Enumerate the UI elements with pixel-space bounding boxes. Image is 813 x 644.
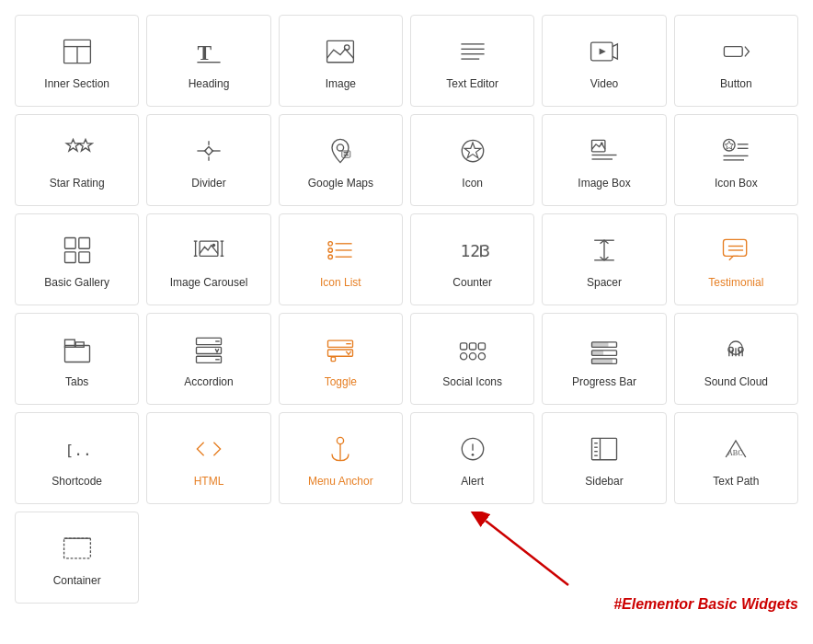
- svg-point-53: [328, 255, 333, 259]
- widget-shortcode[interactable]: [...]Shortcode: [15, 412, 139, 504]
- widget-toggle[interactable]: Toggle: [279, 313, 403, 405]
- accordion-label: Accordion: [184, 375, 233, 390]
- widget-button[interactable]: Button: [674, 15, 798, 107]
- text-path-icon: ABC: [717, 431, 754, 467]
- widget-text-editor[interactable]: Text Editor: [410, 15, 534, 107]
- widget-container[interactable]: Container: [15, 512, 139, 604]
- widget-icon-list[interactable]: Icon List: [279, 213, 403, 305]
- svg-marker-26: [464, 143, 481, 158]
- sound-cloud-label: Sound Cloud: [704, 375, 768, 390]
- svg-rect-5: [327, 41, 354, 63]
- svg-rect-86: [591, 359, 613, 363]
- icon-label: Icon: [462, 177, 483, 191]
- svg-point-100: [471, 454, 474, 456]
- shortcode-label: Shortcode: [52, 475, 102, 489]
- widget-video[interactable]: Video: [542, 15, 666, 107]
- widget-accordion[interactable]: Accordion: [146, 313, 270, 405]
- progress-bar-icon: [586, 331, 623, 368]
- last-row: Container #Elementor Basic Widgets: [15, 512, 798, 613]
- html-icon: [190, 431, 227, 467]
- social-icons-label: Social Icons: [442, 375, 502, 390]
- svg-marker-12: [600, 49, 606, 55]
- svg-text:123: 123: [460, 241, 489, 260]
- svg-point-28: [601, 143, 603, 145]
- widget-sidebar[interactable]: Sidebar: [542, 412, 666, 504]
- image-carousel-icon: [190, 232, 227, 269]
- container-icon: [59, 530, 96, 567]
- widget-image-box[interactable]: Image Box: [542, 114, 666, 206]
- widget-tabs[interactable]: Tabs: [15, 313, 139, 405]
- testimonial-icon: [717, 232, 754, 269]
- widget-alert[interactable]: Alert: [410, 412, 534, 504]
- inner-section-icon: [59, 33, 96, 70]
- svg-marker-15: [78, 140, 91, 152]
- red-arrow-svg: [467, 512, 578, 594]
- image-box-icon: [586, 132, 623, 169]
- alert-icon: [454, 431, 491, 467]
- heading-icon: T: [190, 33, 227, 70]
- svg-rect-13: [725, 47, 743, 57]
- svg-rect-84: [591, 351, 603, 355]
- widget-divider[interactable]: Divider: [146, 114, 270, 206]
- widget-icon-box[interactable]: Icon Box: [674, 114, 798, 206]
- widget-icon[interactable]: Icon: [410, 114, 534, 206]
- svg-point-96: [338, 438, 344, 444]
- svg-text:ABC: ABC: [727, 449, 743, 457]
- svg-rect-37: [64, 238, 75, 249]
- widget-progress-bar[interactable]: Progress Bar: [542, 313, 666, 405]
- tabs-label: Tabs: [65, 375, 88, 390]
- widget-html[interactable]: HTML: [146, 412, 270, 504]
- svg-rect-76: [469, 343, 475, 350]
- svg-line-111: [486, 521, 568, 585]
- widget-sound-cloud[interactable]: Sound Cloud: [674, 313, 798, 405]
- widget-star-rating[interactable]: Star Rating: [15, 114, 139, 206]
- alert-label: Alert: [461, 475, 484, 489]
- svg-rect-63: [64, 346, 89, 362]
- text-editor-icon: [454, 33, 491, 70]
- svg-point-80: [478, 353, 485, 360]
- html-label: HTML: [194, 475, 224, 489]
- image-label: Image: [326, 77, 356, 92]
- sidebar-label: Sidebar: [585, 475, 623, 489]
- widget-image-carousel[interactable]: Image Carousel: [146, 213, 270, 305]
- svg-marker-14: [66, 140, 79, 152]
- spacer-icon: [586, 232, 623, 269]
- divider-icon: [190, 132, 227, 169]
- image-icon: [322, 33, 359, 70]
- widget-text-path[interactable]: ABCText Path: [674, 412, 798, 504]
- widget-image[interactable]: Image: [279, 15, 403, 107]
- divider-label: Divider: [191, 177, 225, 191]
- toggle-icon: [322, 331, 359, 368]
- widget-testimonial[interactable]: Testimonial: [674, 213, 798, 305]
- google-maps-label: Google Maps: [308, 177, 373, 191]
- widget-spacer[interactable]: Spacer: [542, 213, 666, 305]
- widget-google-maps[interactable]: Google Maps: [279, 114, 403, 206]
- svg-point-49: [328, 242, 333, 247]
- svg-rect-65: [75, 342, 84, 347]
- accordion-icon: [190, 331, 227, 368]
- svg-point-79: [469, 353, 475, 360]
- spacer-label: Spacer: [587, 276, 622, 291]
- widget-menu-anchor[interactable]: Menu Anchor: [279, 412, 403, 504]
- widget-heading[interactable]: THeading: [146, 15, 270, 107]
- button-label: Button: [720, 77, 752, 92]
- svg-rect-77: [478, 343, 485, 350]
- svg-point-6: [345, 45, 349, 50]
- widget-social-icons[interactable]: Social Icons: [410, 313, 534, 405]
- container-label: Container: [53, 574, 101, 589]
- widget-inner-section[interactable]: Inner Section: [15, 15, 139, 107]
- icon-box-label: Icon Box: [715, 177, 758, 191]
- svg-rect-75: [460, 343, 466, 350]
- widget-counter[interactable]: 123Counter: [410, 213, 534, 305]
- icon-icon: [454, 132, 491, 169]
- image-carousel-label: Image Carousel: [170, 276, 248, 291]
- widget-basic-gallery[interactable]: Basic Gallery: [15, 213, 139, 305]
- heading-label: Heading: [189, 77, 230, 92]
- text-editor-label: Text Editor: [446, 77, 498, 92]
- tabs-icon: [59, 331, 96, 368]
- menu-anchor-label: Menu Anchor: [308, 475, 373, 489]
- svg-rect-73: [328, 350, 353, 356]
- svg-rect-60: [724, 240, 747, 257]
- star-rating-label: Star Rating: [50, 177, 105, 191]
- svg-rect-38: [78, 238, 89, 249]
